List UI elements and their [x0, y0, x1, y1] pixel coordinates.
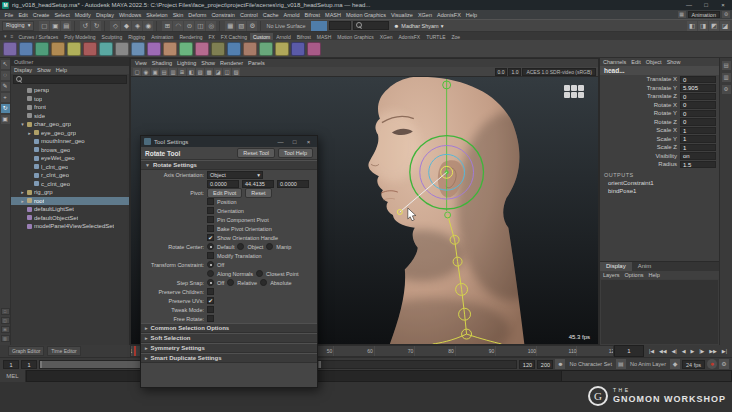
outliner-item-mouthinner-geo[interactable]: mouthInner_geo — [11, 137, 129, 146]
shelf-tab-motion-graphics[interactable]: Motion Graphics — [334, 33, 376, 40]
color-management-selector[interactable]: ACES 1.0 SDR-video (sRGB) — [522, 68, 596, 76]
step-back-frame-button[interactable]: ◀◀ — [659, 348, 667, 354]
custom-shelf-icon-10[interactable] — [147, 42, 161, 56]
rotate-value-field-1[interactable]: 44.4135 — [242, 180, 274, 188]
menu-bifrost[interactable]: Bifrost — [302, 12, 323, 18]
rotate-tool[interactable]: ↻ — [1, 104, 10, 113]
outliner-item-eye-geo-grp[interactable]: ▸eye_geo_grp — [11, 129, 129, 138]
expand-arrow-icon[interactable]: ▸ — [20, 198, 25, 204]
menu-modify[interactable]: Modify — [72, 12, 93, 18]
shelf-tab-xgen[interactable]: XGen — [377, 33, 396, 40]
mel-language-toggle[interactable]: MEL — [0, 370, 26, 382]
graph-editor-button[interactable]: Graph Editor — [8, 346, 44, 356]
play-forwards-button[interactable]: ▶ — [690, 348, 694, 354]
absolute-transform-field[interactable] — [329, 21, 351, 30]
attribute-editor-icon[interactable]: ◨ — [698, 21, 708, 31]
custom-shelf-icon-8[interactable] — [115, 42, 129, 56]
make-live-icon[interactable]: ◎ — [206, 21, 216, 31]
new-scene-icon[interactable]: ▢ — [39, 21, 49, 31]
shelf-tab-zoe[interactable]: Zoe — [449, 33, 464, 40]
shelf-tab-rigging[interactable]: Rigging — [125, 33, 148, 40]
snap-grid-icon[interactable]: ⊞ — [162, 21, 172, 31]
shelf-tab-adonisfx[interactable]: AdonisFX — [395, 33, 423, 40]
menu-help[interactable]: Help — [463, 12, 479, 18]
outliner-menu-display[interactable]: Display — [14, 67, 32, 73]
channel-value-field[interactable]: 0 — [680, 76, 716, 84]
menu-mash[interactable]: MASH — [323, 12, 344, 18]
custom-shelf-icon-17[interactable] — [259, 42, 273, 56]
outliner-item-persp[interactable]: persp — [11, 86, 129, 95]
sidebar-attribute-editor-icon[interactable]: ▥ — [722, 73, 731, 82]
custom-shelf-icon-15[interactable] — [227, 42, 241, 56]
reset-button[interactable]: Reset — [245, 188, 271, 198]
isolate-select-icon[interactable]: ◧ — [187, 68, 195, 76]
channel-value-field[interactable]: 1 — [680, 135, 716, 143]
checkbox-modify-translation[interactable] — [207, 252, 214, 259]
outliner-item-eyewet-geo[interactable]: eyeWet_geo — [11, 154, 129, 163]
custom-shelf-icon-7[interactable] — [99, 42, 113, 56]
go-to-end-button[interactable]: ▶| — [722, 348, 727, 354]
outliner-item-rig-grp[interactable]: ▸rig_grp — [11, 188, 129, 197]
menu-deform[interactable]: Deform — [186, 12, 209, 18]
outliner-item-char-geo-grp[interactable]: ▾char_geo_grp — [11, 120, 129, 129]
outliner-item-r-clnt-geo[interactable]: r_clnt_geo — [11, 171, 129, 180]
current-frame-field[interactable]: 1 — [614, 345, 644, 357]
radio-manip[interactable] — [266, 243, 273, 250]
outliner-item-c-clnt-geo[interactable]: c_clnt_geo — [11, 180, 129, 189]
shelf-tab-bifrost[interactable]: Bifrost — [294, 33, 314, 40]
menu-visualize[interactable]: Visualize — [389, 12, 416, 18]
custom-shelf-icon-13[interactable] — [195, 42, 209, 56]
tool-help-button[interactable]: Tool Help — [278, 148, 313, 158]
render-settings-icon[interactable]: ⚙ — [247, 21, 257, 31]
radio-off[interactable] — [207, 261, 214, 268]
custom-shelf-icon-2[interactable] — [19, 42, 33, 56]
snap-plane-icon[interactable]: ◫ — [195, 21, 205, 31]
soft-selection-section-header[interactable]: ▸Soft Selection — [141, 333, 317, 343]
workspace-gear-icon[interactable]: ⚙ — [722, 11, 730, 18]
render-icon[interactable]: ▦ — [225, 21, 235, 31]
character-set-icon[interactable]: ☻ — [555, 359, 565, 369]
menu-select[interactable]: Select — [52, 12, 72, 18]
xray-icon[interactable]: ▨ — [196, 68, 204, 76]
outliner-menu-show[interactable]: Show — [37, 67, 51, 73]
layer-list[interactable] — [601, 280, 718, 344]
outliner-menu-help[interactable]: Help — [56, 67, 67, 73]
auto-key-toggle[interactable]: ● — [707, 359, 717, 369]
shelf-tab-custom[interactable]: Custom — [250, 33, 273, 40]
select-object-icon[interactable]: ◆ — [121, 21, 131, 31]
checkbox-bake-pivot-orientation[interactable] — [207, 225, 214, 232]
animation-end-field[interactable]: 200 — [537, 360, 553, 369]
channel-value-field[interactable]: 0 — [680, 101, 716, 109]
workspace-icon[interactable]: ▦ — [678, 11, 686, 18]
animation-start-field[interactable]: 1 — [3, 360, 19, 369]
view-layout-grid-icon[interactable] — [564, 85, 584, 98]
lighting-mode-icon[interactable]: ◫ — [223, 68, 231, 76]
set-key-icon[interactable]: ◆ — [670, 359, 680, 369]
custom-shelf-icon-12[interactable] — [179, 42, 193, 56]
gamma-field[interactable]: 1.0 — [508, 68, 521, 76]
close-button[interactable]: × — [303, 139, 314, 145]
channel-value-field[interactable]: 1 — [680, 144, 716, 152]
viewport-menu-show[interactable]: Show — [201, 60, 215, 66]
character-set-selector[interactable]: No Character Set — [567, 361, 614, 367]
search-input[interactable] — [353, 21, 389, 30]
shelf-tab-fx[interactable]: FX — [205, 33, 217, 40]
playback-end-field[interactable]: 120 — [519, 360, 535, 369]
layer-menu-help[interactable]: Help — [648, 272, 659, 278]
save-scene-icon[interactable]: ▤ — [61, 21, 71, 31]
shelf-tab-sculpting[interactable]: Sculpting — [99, 33, 126, 40]
maximize-button[interactable]: □ — [289, 139, 300, 145]
custom-shelf-icon-14[interactable] — [211, 42, 225, 56]
outliner-item-front[interactable]: front — [11, 103, 129, 112]
radio-relative[interactable] — [227, 279, 234, 286]
selected-node-name[interactable]: head... — [600, 66, 719, 75]
channel-value-field[interactable]: 0 — [680, 110, 716, 118]
channel-box-icon[interactable]: ◪ — [720, 21, 730, 31]
workspace-selector[interactable]: Animation — [688, 11, 720, 18]
shelf-tab-turtle[interactable]: TURTLE — [423, 33, 448, 40]
radio-closest-point[interactable] — [256, 270, 263, 277]
expand-arrow-icon[interactable]: ▸ — [27, 130, 32, 136]
custom-shelf-icon-19[interactable] — [291, 42, 305, 56]
channel-value-field[interactable]: 0 — [680, 118, 716, 126]
smart-duplicate-settings-section-header[interactable]: ▸Smart Duplicate Settings — [141, 353, 317, 363]
